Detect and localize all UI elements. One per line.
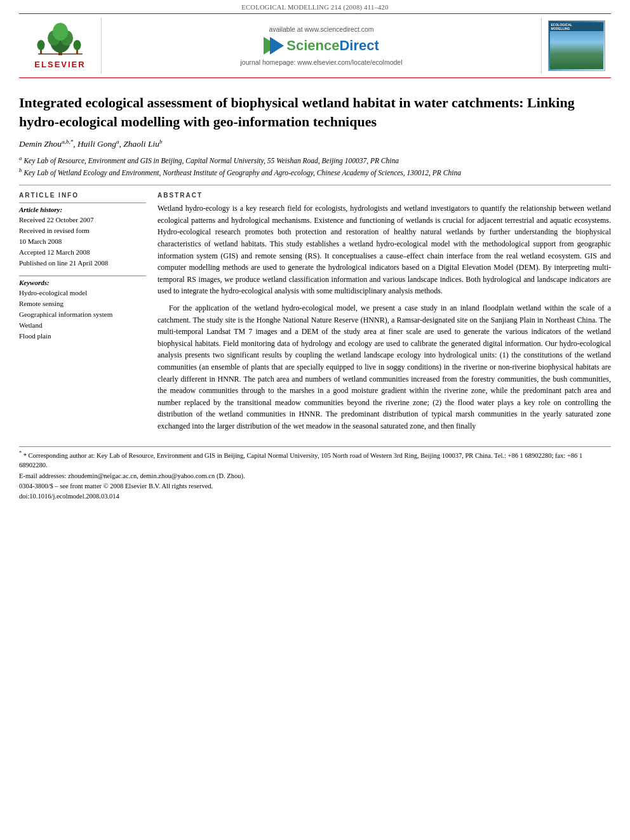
section-divider (19, 185, 611, 185)
journal-homepage-text: journal homepage: www.elsevier.com/locat… (240, 58, 402, 66)
article-title: Integrated ecological assessment of biop… (19, 93, 611, 131)
affiliations: a Key Lab of Resource, Environment and G… (19, 154, 611, 178)
abstract-text: Wetland hydro-ecology is a key research … (158, 203, 611, 432)
svg-point-6 (37, 40, 44, 50)
article-body: ARTICLE INFO Article history: Received 2… (19, 192, 611, 437)
keyword-2: Remote sensing (19, 298, 146, 309)
article-history-box: Article history: Received 22 October 200… (19, 203, 146, 269)
keyword-1: Hydro-ecological model (19, 288, 146, 298)
corresponding-note: * * Corresponding author at: Key Lab of … (19, 450, 611, 471)
sd-arrow-icon (264, 37, 284, 55)
abstract-paragraph-2: For the application of the wetland hydro… (158, 302, 611, 432)
main-content: Integrated ecological assessment of biop… (0, 78, 630, 437)
keywords-box: Keywords: Hydro-ecological model Remote … (19, 276, 146, 342)
journal-cover-title: ECOLOGICALMODELLING (550, 22, 603, 31)
sciencedirect-logo: ScienceDirect (264, 37, 379, 55)
keyword-3: Geographical information system (19, 309, 146, 320)
abstract-column: ABSTRACT Wetland hydro-ecology is a key … (158, 192, 611, 437)
accepted-date: Accepted 12 March 2008 (19, 247, 146, 258)
sd-logo-text: ScienceDirect (286, 37, 379, 54)
svg-point-4 (53, 23, 68, 41)
article-info-label: ARTICLE INFO (19, 192, 146, 199)
elsevier-brand-text: ELSEVIER (34, 60, 85, 69)
keyword-5: Flood plain (19, 331, 146, 342)
author-1: Demin Zhoua,b,* (19, 139, 73, 149)
footer: * * Corresponding author at: Key Lab of … (19, 446, 611, 509)
published-date: Published on line 21 April 2008 (19, 258, 146, 269)
author-3: Zhaoli Liub (123, 139, 162, 149)
journal-header: ECOLOGICAL MODELLING 214 (2008) 411–420 (0, 0, 630, 13)
journal-cover-image: ECOLOGICALMODELLING (548, 20, 605, 71)
svg-point-8 (73, 40, 81, 50)
author-2: Huili Gonga (77, 139, 119, 149)
affiliation-a: a Key Lab of Resource, Environment and G… (19, 154, 611, 166)
svg-marker-11 (270, 37, 284, 55)
copyright-notice: 0304-3800/$ – see front matter © 2008 El… (19, 481, 611, 491)
journal-cover-photo (550, 31, 603, 69)
article-info-column: ARTICLE INFO Article history: Received 2… (19, 192, 146, 437)
revised-date: Received in revised form10 March 2008 (19, 225, 146, 247)
received-date: Received 22 October 2007 (19, 215, 146, 225)
available-text: available at www.sciencedirect.com (269, 25, 373, 33)
article-history-title: Article history: (19, 206, 146, 213)
journal-cover-area: ECOLOGICALMODELLING (541, 18, 611, 74)
authors-line: Demin Zhoua,b,*, Huili Gonga, Zhaoli Liu… (19, 137, 611, 150)
keywords-title: Keywords: (19, 279, 146, 286)
sciencedirect-banner: available at www.sciencedirect.com Scien… (102, 18, 541, 74)
doi-text: doi:10.1016/j.ecolmodel.2008.03.014 (19, 491, 611, 502)
email-note: E-mail addresses: zhoudemin@neigac.ac.cn… (19, 471, 611, 481)
abstract-paragraph-1: Wetland hydro-ecology is a key research … (158, 203, 611, 297)
abstract-label: ABSTRACT (158, 192, 611, 199)
publisher-banner: ELSEVIER available at www.sciencedirect.… (19, 13, 611, 78)
elsevier-logo: ELSEVIER (19, 18, 102, 74)
elsevier-tree-icon (35, 22, 86, 57)
affiliation-b: b Key Lab of Wetland Ecology and Environ… (19, 166, 611, 178)
keyword-4: Wetland (19, 320, 146, 331)
